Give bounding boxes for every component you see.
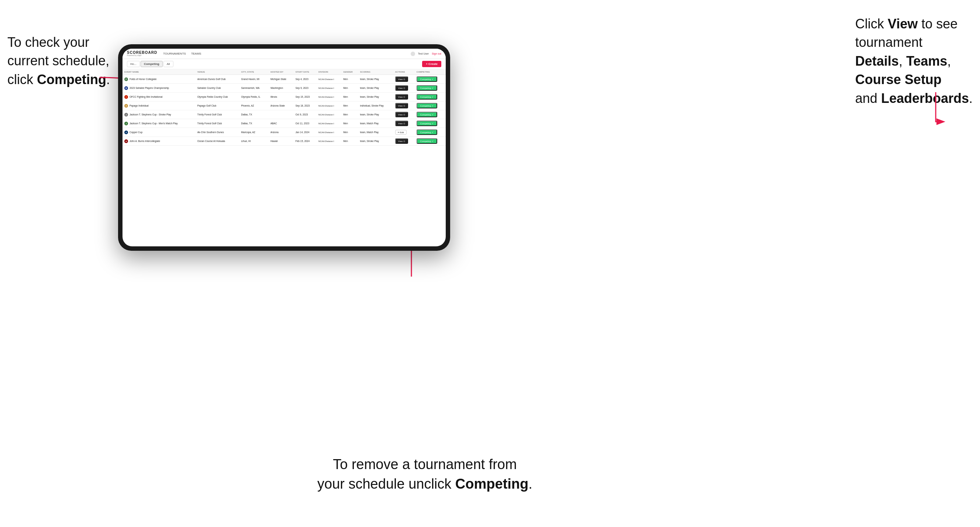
col-start-date: START DATE — [294, 69, 317, 75]
cell-scoring: team, Match Play — [358, 128, 393, 137]
cell-date: Sep 4, 2023 — [294, 75, 317, 84]
table-row: I OFCC Fighting Illini Invitational Olym… — [123, 92, 446, 102]
competing-button-1[interactable]: Competing ✓ — [417, 85, 437, 91]
competing-button-3[interactable]: Competing ✓ — [417, 103, 437, 108]
team-logo-5: J — [124, 122, 128, 125]
cell-date: Feb 15, 2024 — [294, 137, 317, 146]
table-row: F Folds of Honor Collegiate American Dun… — [123, 75, 446, 84]
col-division: DIVISION — [317, 69, 341, 75]
table-row: W 2023 Sahalee Players Championship Saha… — [123, 84, 446, 92]
cell-gender: Men — [341, 128, 358, 137]
nav-bar: SCOREBOARD Powered by clippi TOURNAMENTS… — [123, 49, 446, 59]
col-event-name: EVENT NAME — [123, 69, 196, 75]
cell-city: Grand Haven, MI — [239, 75, 269, 84]
competing-button-4[interactable]: Competing ✓ — [417, 112, 437, 117]
cell-competing: Competing ✓ — [415, 128, 446, 137]
team-logo-3: A — [124, 104, 128, 108]
cell-hosted: ABAC — [269, 119, 294, 128]
nav-logo: SCOREBOARD Powered by clippi — [127, 51, 157, 56]
cell-hosted: Arizona State — [269, 102, 294, 110]
cell-city: Phoenix, AZ — [239, 102, 269, 110]
cell-division: NCAA Division I — [317, 75, 341, 84]
cell-city: Lihue, HI — [239, 137, 269, 146]
nav-right: Test User Sign out — [410, 52, 441, 56]
table-row: J Jackson T. Stephens Cup - Stroke Play … — [123, 110, 446, 119]
tab-home[interactable]: Ho... — [127, 61, 140, 67]
filter-bar: Ho... Competing All + Create — [123, 59, 446, 69]
cell-division: NCAA Division I — [317, 110, 341, 119]
cell-event-name: I OFCC Fighting Illini Invitational — [123, 92, 196, 102]
cell-division: NCAA Division I — [317, 137, 341, 146]
brand-sub: Powered by clippi — [127, 55, 157, 56]
cell-competing: Competing ✓ — [415, 84, 446, 92]
cell-division: NCAA Division I — [317, 92, 341, 102]
cell-date: Oct 11, 2023 — [294, 119, 317, 128]
col-gender: GENDER — [341, 69, 358, 75]
tab-all[interactable]: All — [164, 61, 173, 67]
cell-venue: Sahalee Country Club — [196, 84, 239, 92]
competing-button-5[interactable]: Competing ✓ — [417, 121, 437, 126]
view-button-5[interactable]: View ⊙ — [395, 121, 409, 126]
col-hosted: HOSTED BY — [269, 69, 294, 75]
cell-gender: Men — [341, 75, 358, 84]
cell-division: NCAA Division I — [317, 128, 341, 137]
arrow-view — [913, 92, 958, 247]
col-actions: ACTIONS — [393, 69, 415, 75]
cell-city: Dallas, TX — [239, 110, 269, 119]
cell-event-name: A Papago Individual — [123, 102, 196, 110]
cell-venue: Ocean Course At Hokuala — [196, 137, 239, 146]
competing-button-2[interactable]: Competing ✓ — [417, 94, 437, 100]
competing-button-7[interactable]: Competing ✓ — [417, 138, 437, 144]
cell-venue: Papago Golf Club — [196, 102, 239, 110]
cell-scoring: individual, Stroke Play — [358, 102, 393, 110]
cell-scoring: team, Stroke Play — [358, 137, 393, 146]
cell-scoring: team, Stroke Play — [358, 110, 393, 119]
nav-links: TOURNAMENTS TEAMS — [163, 51, 405, 56]
cell-competing: Competing ✓ — [415, 110, 446, 119]
cell-gender: Men — [341, 84, 358, 92]
cell-event-name: F Folds of Honor Collegiate — [123, 75, 196, 84]
cell-city: Maricopa, AZ — [239, 128, 269, 137]
cell-scoring: team, Stroke Play — [358, 92, 393, 102]
cell-competing: Competing ✓ — [415, 119, 446, 128]
view-button-7[interactable]: View ⊙ — [395, 138, 409, 144]
team-logo-0: F — [124, 78, 128, 81]
cell-competing: Competing ✓ — [415, 137, 446, 146]
cell-date: Oct 9, 2023 — [294, 110, 317, 119]
cell-city: Olympia Fields, IL — [239, 92, 269, 102]
view-button-2[interactable]: View ⊙ — [395, 94, 409, 100]
cell-gender: Men — [341, 110, 358, 119]
cell-event-name: A Copper Cup — [123, 128, 196, 137]
table-row: A Papago Individual Papago Golf Club Pho… — [123, 102, 446, 110]
competing-button-0[interactable]: Competing ✓ — [417, 76, 437, 82]
cell-hosted: Arizona — [269, 128, 294, 137]
view-button-1[interactable]: View ⊙ — [395, 85, 409, 91]
cell-actions: View ⊙ — [393, 110, 415, 119]
team-logo-1: W — [124, 86, 128, 90]
nav-link-teams[interactable]: TEAMS — [191, 51, 202, 56]
cell-gender: Men — [341, 92, 358, 102]
create-button[interactable]: + Create — [422, 61, 441, 67]
tab-competing[interactable]: Competing — [141, 61, 163, 67]
cell-division: NCAA Division I — [317, 84, 341, 92]
cell-venue: Trinity Forest Golf Club — [196, 119, 239, 128]
cell-venue: American Dunes Golf Club — [196, 75, 239, 84]
view-button-0[interactable]: View ⊙ — [395, 76, 409, 82]
cell-city: Sammamish, WA — [239, 84, 269, 92]
cell-actions: View ⊙ — [393, 119, 415, 128]
sign-out-link[interactable]: Sign out — [432, 52, 441, 55]
cell-date: Sep 18, 2023 — [294, 102, 317, 110]
cell-scoring: team, Stroke Play — [358, 84, 393, 92]
tablet-frame: SCOREBOARD Powered by clippi TOURNAMENTS… — [118, 44, 450, 251]
cell-actions: View ⊙ — [393, 102, 415, 110]
user-icon — [410, 52, 415, 56]
cell-venue: Olympia Fields Country Club — [196, 92, 239, 102]
view-button-3[interactable]: View ⊙ — [395, 103, 409, 108]
view-button-4[interactable]: View ⊙ — [395, 112, 409, 117]
nav-link-tournaments[interactable]: TOURNAMENTS — [163, 51, 186, 56]
competing-button-6[interactable]: Competing ✓ — [417, 129, 437, 135]
col-venue: VENUE — [196, 69, 239, 75]
edit-button-6[interactable]: ✏ Edit — [395, 130, 407, 135]
cell-competing: Competing ✓ — [415, 102, 446, 110]
tournaments-table: EVENT NAME VENUE CITY, STATE HOSTED BY S… — [123, 69, 446, 246]
